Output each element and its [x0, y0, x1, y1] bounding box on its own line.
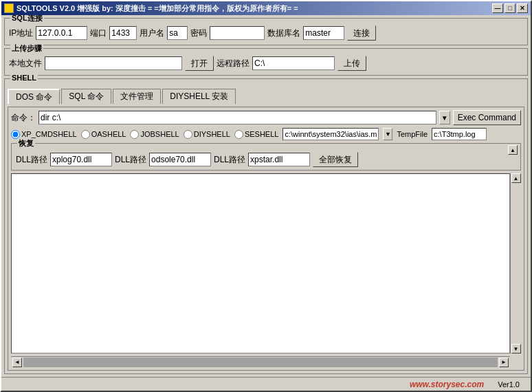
- tab-file-management[interactable]: 文件管理: [113, 89, 161, 104]
- shell-path-input[interactable]: [282, 128, 379, 140]
- username-input[interactable]: [167, 26, 188, 40]
- remote-path-input[interactable]: [252, 56, 335, 70]
- output-area[interactable]: [11, 173, 510, 353]
- minimize-button[interactable]: —: [492, 3, 503, 13]
- hscroll-right-arrow[interactable]: ►: [499, 358, 509, 367]
- sql-connect-group: SQL连接 IP地址 端口 用户名 密码 数据库名 连接: [4, 18, 528, 45]
- radio-jobshell[interactable]: JOBSHELL: [130, 130, 179, 139]
- port-input[interactable]: [109, 26, 137, 40]
- horizontal-scrollbar: ◄ ►: [11, 356, 510, 367]
- tempfile-label: TempFile: [397, 130, 428, 138]
- title-bar-text: SQLTOOLS V2.0 增强版 by: 深度撞击 = =增加部分常用指令，版…: [4, 3, 298, 14]
- window-title: SQLTOOLS V2.0 增强版 by: 深度撞击 = =增加部分常用指令，版…: [16, 3, 298, 14]
- exec-command-button[interactable]: Exec Command: [453, 110, 521, 125]
- dll1-label: DLL路径: [16, 154, 47, 166]
- shell-tabs: DOS 命令 SQL 命令 文件管理 DIYSHELL 安装: [8, 89, 524, 104]
- recover-label: 恢复: [17, 138, 35, 149]
- port-label: 端口: [90, 28, 107, 39]
- dll3-label: DLL路径: [214, 154, 245, 166]
- vertical-scrollbar: ▲ ▼: [510, 173, 521, 353]
- version: Ver1.0: [498, 380, 520, 389]
- app-icon: [4, 3, 14, 13]
- cmd-label: 命令：: [11, 112, 36, 124]
- title-bar: SQLTOOLS V2.0 增强版 by: 深度撞击 = =增加部分常用指令，版…: [1, 1, 531, 15]
- hscroll-left-arrow[interactable]: ◄: [12, 358, 22, 367]
- ip-label: IP地址: [9, 28, 33, 39]
- radio-xp-cmdshell[interactable]: XP_CMDSHELL: [11, 130, 77, 139]
- tempfile-input[interactable]: [432, 128, 487, 140]
- tab-diyshell-install[interactable]: DIYSHELL 安装: [162, 89, 236, 104]
- main-window: SQLTOOLS V2.0 增强版 by: 深度撞击 = =增加部分常用指令，版…: [0, 0, 532, 392]
- upload-label: 上传步骤: [10, 43, 43, 54]
- command-row: 命令： ▼ Exec Command: [11, 110, 521, 125]
- db-label: 数据库名: [267, 28, 300, 39]
- upload-row: 本地文件 打开 远程路径 上传: [9, 56, 523, 71]
- sql-connect-row: IP地址 端口 用户名 密码 数据库名 连接: [9, 25, 523, 41]
- dll1-input[interactable]: [50, 153, 112, 166]
- recover-group: 恢复 ▲ DLL路径 DLL路径 DLL路径 全部恢复: [11, 143, 521, 171]
- shell-label: SHELL: [10, 74, 38, 82]
- shell-group: SHELL DOS 命令 SQL 命令 文件管理 DIYSHELL 安装: [4, 78, 528, 374]
- open-button[interactable]: 打开: [185, 56, 214, 71]
- remote-path-label: 远程路径: [217, 58, 250, 69]
- watermark: www.storysec.com: [410, 380, 484, 389]
- local-file-input[interactable]: [45, 56, 182, 70]
- database-input[interactable]: [303, 26, 344, 40]
- sql-connect-label: SQL连接: [10, 15, 44, 23]
- close-button[interactable]: ✕: [517, 3, 528, 13]
- status-bar: www.storysec.com Ver1.0: [1, 377, 531, 391]
- upload-group: 上传步骤 本地文件 打开 远程路径 上传: [4, 48, 528, 76]
- pass-label: 密码: [190, 28, 207, 39]
- main-content: SQL连接 IP地址 端口 用户名 密码 数据库名 连接 上传步骤 本地文件: [1, 15, 531, 377]
- radio-oashell[interactable]: OASHELL: [81, 130, 126, 139]
- shell-path-dropdown[interactable]: ▼: [383, 128, 392, 140]
- recover-row: DLL路径 DLL路径 DLL路径 全部恢复: [16, 152, 516, 167]
- upload-button[interactable]: 上传: [337, 56, 366, 71]
- cmd-dropdown-arrow[interactable]: ▼: [439, 111, 450, 124]
- local-file-label: 本地文件: [9, 58, 42, 69]
- radio-diyshell[interactable]: DIYSHELL: [184, 130, 230, 139]
- tab-content: 命令： ▼ Exec Command XP_CMDSHELL OASHELL: [8, 107, 524, 371]
- maximize-button[interactable]: □: [505, 3, 516, 13]
- ip-input[interactable]: [36, 26, 87, 40]
- tab-dos-command[interactable]: DOS 命令: [8, 89, 60, 104]
- connect-button[interactable]: 连接: [347, 25, 376, 41]
- scroll-up-arrow[interactable]: ▲: [511, 173, 521, 183]
- title-controls: — □ ✕: [492, 3, 528, 13]
- command-input[interactable]: [38, 111, 436, 124]
- dll3-input[interactable]: [248, 153, 310, 166]
- recover-all-button[interactable]: 全部恢复: [313, 152, 358, 167]
- radio-seshell[interactable]: SESHELL: [234, 130, 279, 139]
- tab-sql-command[interactable]: SQL 命令: [61, 89, 111, 104]
- user-label: 用户名: [140, 28, 164, 39]
- dll2-input[interactable]: [149, 153, 211, 166]
- dll2-label: DLL路径: [115, 154, 146, 166]
- shell-type-row: XP_CMDSHELL OASHELL JOBSHELL DIYSHELL: [11, 128, 521, 140]
- recover-scroll-up[interactable]: ▲: [508, 145, 518, 155]
- password-input[interactable]: [210, 26, 265, 40]
- hscroll-track[interactable]: [23, 358, 498, 367]
- scroll-down-arrow[interactable]: ▼: [511, 344, 521, 353]
